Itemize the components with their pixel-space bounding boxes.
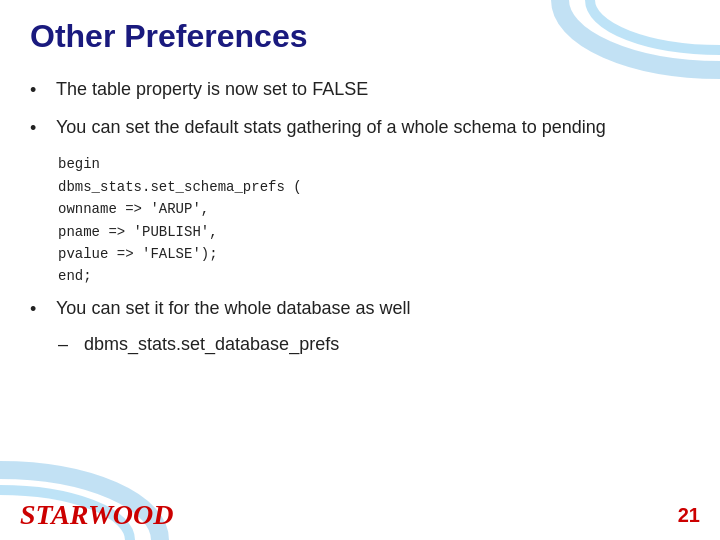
bullet-text-1: The table property is now set to FALSE bbox=[56, 77, 690, 102]
code-line-5: pvalue => 'FALSE'); bbox=[58, 243, 690, 265]
slide: Other Preferences • The table property i… bbox=[0, 0, 720, 540]
code-line-1: begin bbox=[58, 153, 690, 175]
code-block: begin dbms_stats.set_schema_prefs ( ownn… bbox=[58, 153, 690, 287]
code-line-3: ownname => 'ARUP', bbox=[58, 198, 690, 220]
bullet-item-2: • You can set the default stats gatherin… bbox=[30, 115, 690, 141]
sub-bullet: – dbms_stats.set_database_prefs bbox=[58, 334, 690, 355]
bullet-item-1: • The table property is now set to FALSE bbox=[30, 77, 690, 103]
bullet-dot-3: • bbox=[30, 297, 52, 322]
bullet-text-3: You can set it for the whole database as… bbox=[56, 296, 690, 321]
slide-content: Other Preferences • The table property i… bbox=[0, 0, 720, 540]
slide-title: Other Preferences bbox=[30, 18, 690, 55]
bottom-bar: STARWOOD 21 bbox=[0, 490, 720, 540]
brand-logo: STARWOOD bbox=[20, 499, 174, 531]
slide-number: 21 bbox=[678, 504, 700, 527]
bullet-list-2: • You can set it for the whole database … bbox=[30, 296, 690, 322]
sub-bullet-text: dbms_stats.set_database_prefs bbox=[84, 334, 339, 355]
code-line-2: dbms_stats.set_schema_prefs ( bbox=[58, 176, 690, 198]
sub-dash: – bbox=[58, 334, 80, 355]
bullet-dot-1: • bbox=[30, 78, 52, 103]
bullet-item-3: • You can set it for the whole database … bbox=[30, 296, 690, 322]
bullet-dot-2: • bbox=[30, 116, 52, 141]
code-line-6: end; bbox=[58, 265, 690, 287]
bullet-text-2: You can set the default stats gathering … bbox=[56, 115, 690, 140]
code-line-4: pname => 'PUBLISH', bbox=[58, 221, 690, 243]
bullet-list: • The table property is now set to FALSE… bbox=[30, 77, 690, 141]
